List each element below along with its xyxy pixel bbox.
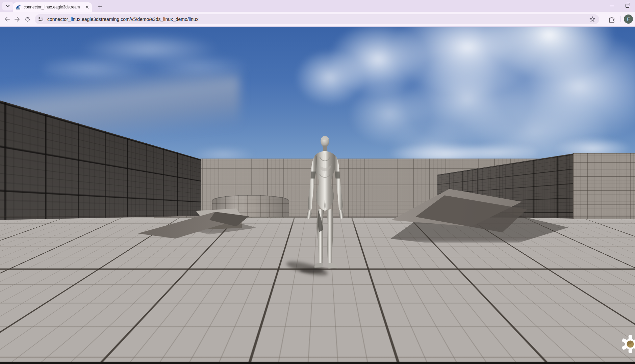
browser-toolbar: connector_linux.eagle3dstreaming.com/v5/…: [0, 12, 635, 27]
svg-text:EAGLE: EAGLE: [17, 8, 20, 9]
tab-search-button[interactable]: [2, 2, 14, 10]
mannequin-character: [303, 134, 347, 277]
bookmark-star-icon[interactable]: [589, 16, 596, 23]
forward-button[interactable]: [12, 15, 22, 24]
right-wall: [573, 153, 635, 219]
browser-window: EAGLE connector_linux.eagle3dstream: [0, 0, 635, 364]
profile-initial: F: [627, 17, 630, 22]
refresh-button[interactable]: [23, 15, 32, 24]
settings-gear-icon[interactable]: [621, 335, 635, 354]
toolbar-divider: [620, 16, 620, 22]
tab-close-button[interactable]: [84, 4, 90, 10]
stream-bottom-edge: [0, 362, 635, 364]
minimize-icon: [610, 6, 614, 6]
chevron-down-icon: [6, 5, 10, 7]
url-text[interactable]: connector_linux.eagle3dstreaming.com/v5/…: [47, 17, 589, 22]
stream-viewport[interactable]: [0, 27, 635, 364]
tab-strip: EAGLE connector_linux.eagle3dstream: [0, 0, 635, 12]
refresh-icon: [25, 17, 30, 22]
new-tab-button[interactable]: [96, 2, 104, 11]
extensions-puzzle-icon[interactable]: [608, 15, 616, 23]
plus-icon: [98, 4, 102, 9]
back-arrow-icon: [4, 17, 10, 22]
profile-avatar[interactable]: F: [624, 15, 633, 24]
back-button[interactable]: [2, 15, 12, 24]
eagle-favicon-icon: EAGLE: [16, 4, 21, 10]
site-settings-icon[interactable]: [38, 16, 44, 22]
window-controls: [604, 0, 635, 12]
tab-active[interactable]: EAGLE connector_linux.eagle3dstream: [13, 2, 92, 12]
close-icon: [85, 5, 89, 9]
window-minimize-button[interactable]: [604, 0, 619, 12]
window-restore-button[interactable]: [619, 0, 635, 12]
forward-arrow-icon: [14, 17, 20, 22]
tab-title: connector_linux.eagle3dstream: [24, 5, 84, 9]
restore-icon: [626, 4, 629, 8]
address-bar[interactable]: connector_linux.eagle3dstreaming.com/v5/…: [35, 14, 599, 24]
